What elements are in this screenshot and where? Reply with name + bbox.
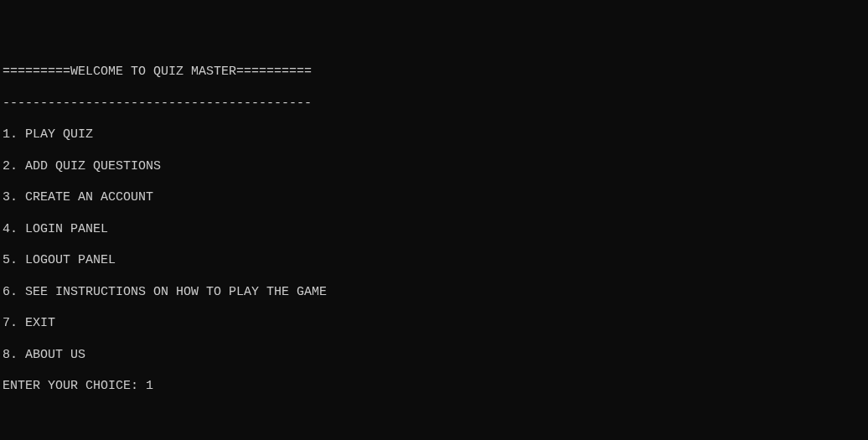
choice-input[interactable]: 1 (146, 379, 153, 393)
blank-1 (3, 411, 865, 427)
choice-prompt: ENTER YOUR CHOICE: (3, 379, 146, 393)
header-divider: ----------------------------------------… (3, 96, 865, 112)
header-title: =========WELCOME TO QUIZ MASTER=========… (3, 65, 865, 80)
menu-item-1: 1. PLAY QUIZ (3, 127, 865, 143)
menu-item-6: 6. SEE INSTRUCTIONS ON HOW TO PLAY THE G… (3, 285, 865, 301)
menu-item-2: 2. ADD QUIZ QUESTIONS (3, 159, 865, 175)
menu-item-3: 3. CREATE AN ACCOUNT (3, 190, 865, 206)
menu-item-4: 4. LOGIN PANEL (3, 222, 865, 238)
menu-item-5: 5. LOGOUT PANEL (3, 253, 865, 269)
menu-item-8: 8. ABOUT US (3, 348, 865, 364)
choice-line[interactable]: ENTER YOUR CHOICE: 1 (3, 379, 865, 395)
menu-item-7: 7. EXIT (3, 316, 865, 332)
